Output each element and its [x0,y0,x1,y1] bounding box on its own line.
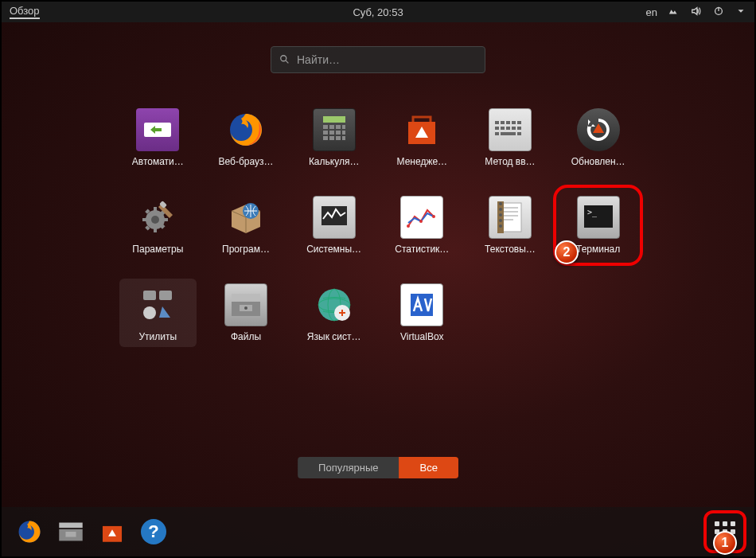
svg-rect-23 [517,121,521,124]
svg-rect-12 [329,131,334,135]
app-files[interactable]: Файлы [208,279,285,347]
svg-point-58 [499,224,502,228]
calculator-icon [313,108,356,151]
power-icon[interactable] [713,6,724,19]
dock: ? [2,507,754,556]
dock-help[interactable]: ? [137,515,170,548]
app-label: Текстовы… [485,244,536,255]
app-autostart[interactable]: Автомати… [119,103,197,172]
svg-text:?: ? [148,521,158,541]
svg-rect-25 [501,127,505,130]
svg-point-2 [281,56,286,61]
svg-rect-27 [512,127,516,130]
app-stats[interactable]: Статистик… [384,191,461,259]
svg-rect-18 [342,136,345,140]
svg-rect-24 [495,127,499,130]
svg-rect-15 [323,136,328,140]
app-label: VirtualBox [400,331,443,342]
dock-firefox[interactable] [13,515,46,548]
svg-point-57 [499,219,502,222]
svg-point-33 [151,216,159,224]
svg-rect-10 [342,125,345,129]
dock-files[interactable] [54,515,88,548]
clock[interactable]: Суб, 20:53 [353,6,403,18]
app-label: Метод вв… [485,156,535,167]
app-software[interactable]: Менедже… [384,103,461,172]
svg-rect-74 [59,523,82,529]
app-virtualbox[interactable]: VirtualBox [384,279,461,347]
tab-all[interactable]: Все [399,457,458,478]
app-label: Системны… [306,244,361,255]
dock-software[interactable] [95,515,129,548]
volume-icon[interactable] [691,6,702,19]
terminal-icon: >_ [577,196,620,239]
app-label: Менедже… [397,156,448,167]
svg-point-63 [143,306,156,319]
activities-button[interactable]: Обзор [10,5,40,19]
svg-rect-62 [159,291,172,300]
app-settings[interactable]: Параметры [119,191,197,259]
app-updater[interactable]: Обновлен… [559,103,637,172]
svg-rect-22 [512,121,516,124]
svg-rect-76 [65,532,76,537]
globe-icon [313,283,356,326]
app-label: Параметры [132,244,183,255]
svg-rect-36 [142,218,147,221]
svg-rect-35 [154,228,157,232]
svg-rect-14 [342,131,345,135]
autostart-icon [136,108,179,151]
app-utilities[interactable]: Утилиты [119,279,197,347]
app-grid: Автомати… Веб-брауз… Калькуля… Менедже… … [119,103,637,347]
app-sysmonitor[interactable]: Системны… [295,191,372,259]
app-input-method[interactable]: Метод вв… [472,103,549,172]
svg-rect-7 [323,125,328,129]
utilities-icon [136,283,179,326]
dropdown-icon[interactable] [735,6,746,19]
app-label: Утилиты [139,331,177,342]
files-icon [224,283,267,326]
svg-rect-21 [506,121,510,124]
svg-line-3 [286,60,289,64]
svg-point-54 [499,202,502,205]
search-input[interactable]: Найти… [271,46,485,73]
monitor-icon [313,196,356,239]
svg-point-67 [244,306,247,310]
svg-point-46 [419,220,423,223]
software-icon [400,108,443,151]
svg-rect-20 [501,121,505,124]
svg-rect-29 [495,132,499,135]
app-label: Обновлен… [571,156,625,167]
system-tray: en [646,6,746,19]
svg-rect-61 [143,291,156,300]
app-textedit[interactable]: Текстовы… [472,191,549,259]
keyboard-lang[interactable]: en [646,6,657,18]
app-programs[interactable]: Програм… [208,191,285,259]
app-calculator[interactable]: Калькуля… [295,103,372,172]
app-label: Терминал [576,244,620,255]
search-icon [279,54,290,65]
svg-rect-53 [497,201,504,233]
search-placeholder: Найти… [297,53,340,66]
app-label: Веб-брауз… [218,156,273,167]
svg-rect-11 [323,131,328,135]
annotation-2: 2 [555,240,579,264]
svg-rect-26 [506,127,510,130]
svg-point-45 [407,224,410,228]
svg-rect-17 [336,136,341,140]
svg-text:>_: >_ [587,208,598,217]
app-label: Калькуля… [309,156,360,167]
firefox-icon [224,108,267,151]
tab-popular[interactable]: Популярные [298,457,399,478]
svg-rect-64 [232,294,260,300]
box-icon [224,196,267,239]
network-icon[interactable] [668,6,680,19]
app-language[interactable]: Язык сист… [295,279,372,347]
svg-rect-34 [154,207,157,212]
virtualbox-icon [400,283,443,326]
app-label: Програм… [222,244,270,255]
svg-rect-37 [163,218,168,221]
app-label: Статистик… [395,244,449,255]
gear-icon [136,196,179,239]
app-firefox[interactable]: Веб-брауз… [208,103,285,172]
svg-point-47 [432,215,435,218]
